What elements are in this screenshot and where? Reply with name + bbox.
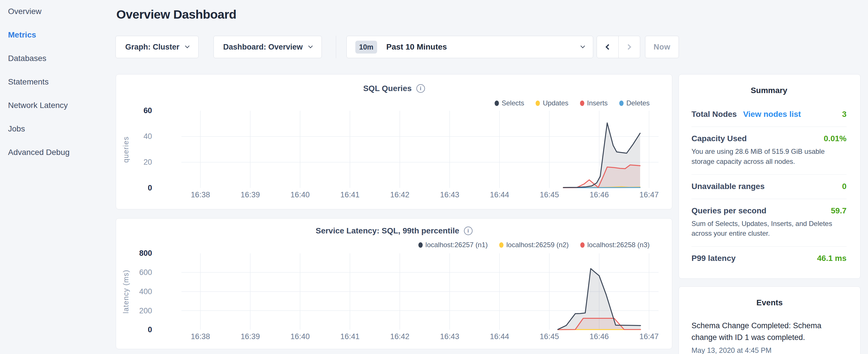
svg-text:queries: queries bbox=[122, 136, 130, 163]
svg-text:16:43: 16:43 bbox=[440, 332, 459, 341]
total-nodes-label: Total Nodes bbox=[691, 110, 737, 119]
svg-text:800: 800 bbox=[139, 249, 152, 257]
chevron-down-icon bbox=[308, 44, 313, 49]
unavailable-ranges-label: Unavailable ranges bbox=[691, 182, 765, 191]
graph-dropdown-label: Graph: Cluster bbox=[125, 43, 179, 52]
capacity-used-value: 0.01% bbox=[824, 134, 846, 143]
sql-queries-panel: 16:3816:3916:4016:4116:4216:4316:4416:45… bbox=[116, 74, 672, 210]
summary-panel: Summary Total Nodes View nodes list 3 Ca… bbox=[679, 74, 861, 279]
svg-text:20: 20 bbox=[144, 158, 152, 166]
chevron-down-icon bbox=[581, 44, 585, 49]
time-range-label: Past 10 Minutes bbox=[386, 42, 572, 52]
time-prev-button[interactable] bbox=[597, 36, 619, 58]
legend-dot-icon bbox=[580, 242, 585, 248]
svg-text:16:42: 16:42 bbox=[390, 332, 409, 341]
time-range-picker[interactable]: 10m Past 10 Minutes bbox=[346, 36, 593, 58]
svg-text:16:45: 16:45 bbox=[539, 332, 559, 341]
chart-header: Service Latency: SQL, 99th percentile bbox=[116, 226, 672, 235]
sidebar-item-advanced-debug[interactable]: Advanced Debug bbox=[8, 148, 116, 157]
legend-dot-icon bbox=[619, 100, 624, 106]
legend-dot-icon bbox=[580, 100, 584, 106]
chevron-right-icon bbox=[626, 44, 631, 50]
legend-dot-icon bbox=[499, 242, 503, 248]
svg-text:16:47: 16:47 bbox=[639, 190, 658, 199]
total-nodes-value: 3 bbox=[842, 110, 846, 119]
svg-text:400: 400 bbox=[139, 287, 152, 296]
svg-text:600: 600 bbox=[139, 268, 152, 277]
queries-per-second-label: Queries per second bbox=[691, 206, 766, 215]
svg-text:200: 200 bbox=[139, 307, 152, 315]
svg-text:16:41: 16:41 bbox=[340, 332, 360, 341]
info-icon[interactable] bbox=[416, 84, 425, 93]
unavailable-ranges-value: 0 bbox=[842, 182, 846, 191]
view-nodes-list-link[interactable]: View nodes list bbox=[743, 110, 801, 119]
graph-dropdown[interactable]: Graph: Cluster bbox=[116, 36, 198, 58]
svg-text:40: 40 bbox=[144, 132, 152, 141]
svg-text:16:40: 16:40 bbox=[290, 190, 310, 199]
legend-item: localhost:26259 (n2) bbox=[499, 241, 568, 249]
svg-text:16:39: 16:39 bbox=[241, 190, 260, 199]
service-latency-chart[interactable]: 16:3816:3916:4016:4116:4216:4316:4416:45… bbox=[116, 219, 672, 349]
sidebar-item-jobs[interactable]: Jobs bbox=[8, 124, 116, 133]
svg-text:60: 60 bbox=[144, 106, 152, 115]
svg-text:16:42: 16:42 bbox=[390, 190, 409, 199]
legend-item: Deletes bbox=[619, 99, 650, 107]
svg-text:16:38: 16:38 bbox=[191, 190, 210, 199]
sidebar-item-overview[interactable]: Overview bbox=[8, 7, 116, 16]
svg-text:16:40: 16:40 bbox=[290, 332, 310, 341]
legend-item: Selects bbox=[495, 99, 524, 107]
time-range-badge: 10m bbox=[355, 41, 377, 54]
service-latency-panel: 16:3816:3916:4016:4116:4216:4316:4416:45… bbox=[116, 218, 672, 349]
sidebar-item-statements[interactable]: Statements bbox=[8, 77, 116, 87]
svg-text:16:43: 16:43 bbox=[440, 190, 459, 199]
svg-text:0: 0 bbox=[148, 325, 152, 334]
queries-per-second-row: Queries per second 59.7 Sum of Selects, … bbox=[691, 199, 846, 247]
capacity-used-row: Capacity Used 0.01% You are using 28.6 M… bbox=[691, 127, 846, 175]
sidebar-item-metrics[interactable]: Metrics bbox=[8, 30, 116, 39]
p99-latency-row: P99 latency 46.1 ms bbox=[691, 247, 846, 271]
svg-text:16:44: 16:44 bbox=[490, 332, 509, 341]
capacity-used-label: Capacity Used bbox=[691, 134, 747, 143]
chart-header: SQL Queries bbox=[116, 84, 672, 93]
info-icon[interactable] bbox=[464, 227, 472, 235]
svg-text:16:46: 16:46 bbox=[589, 190, 609, 199]
queries-per-second-desc: Sum of Selects, Updates, Inserts, and De… bbox=[691, 219, 846, 239]
svg-text:16:39: 16:39 bbox=[241, 332, 260, 341]
sidebar: Overview Metrics Databases Statements Ne… bbox=[0, 0, 116, 171]
chart-legend: localhost:26257 (n1)localhost:26259 (n2)… bbox=[418, 241, 650, 249]
svg-text:0: 0 bbox=[148, 184, 152, 192]
summary-title: Summary bbox=[691, 86, 846, 95]
dashboard-dropdown-label: Dashboard: Overview bbox=[223, 43, 303, 52]
queries-per-second-value: 59.7 bbox=[831, 206, 847, 215]
svg-text:16:41: 16:41 bbox=[340, 190, 360, 199]
sidebar-item-network-latency[interactable]: Network Latency bbox=[8, 101, 116, 110]
events-title: Events bbox=[691, 298, 848, 307]
svg-text:16:45: 16:45 bbox=[539, 190, 559, 199]
svg-text:latency (ms): latency (ms) bbox=[122, 269, 130, 313]
page-title: Overview Dashboard bbox=[116, 7, 237, 22]
sidebar-item-databases[interactable]: Databases bbox=[8, 54, 116, 63]
legend-item: Updates bbox=[535, 99, 568, 107]
sql-queries-chart[interactable]: 16:3816:3916:4016:4116:4216:4316:4416:45… bbox=[116, 74, 672, 209]
chart-legend: SelectsUpdatesInsertsDeletes bbox=[495, 99, 650, 107]
legend-dot-icon bbox=[535, 100, 540, 106]
event-message: Schema Change Completed: Schema change w… bbox=[691, 320, 829, 344]
legend-item: localhost:26257 (n1) bbox=[418, 241, 488, 249]
svg-text:16:38: 16:38 bbox=[191, 332, 210, 341]
chevron-down-icon bbox=[185, 44, 190, 49]
now-button[interactable]: Now bbox=[645, 36, 679, 58]
legend-item: localhost:26258 (n3) bbox=[580, 241, 650, 249]
event-date: May 13, 2020 at 4:45 PM bbox=[691, 346, 848, 354]
p99-latency-label: P99 latency bbox=[691, 254, 736, 263]
unavailable-ranges-row: Unavailable ranges 0 bbox=[691, 175, 846, 199]
time-next-button[interactable] bbox=[619, 36, 640, 58]
capacity-used-desc: You are using 28.6 MiB of 515.9 GiB usab… bbox=[691, 147, 846, 167]
svg-text:16:44: 16:44 bbox=[490, 190, 509, 199]
dashboard-dropdown[interactable]: Dashboard: Overview bbox=[214, 36, 322, 58]
controls-divider bbox=[336, 36, 336, 58]
svg-text:16:47: 16:47 bbox=[639, 332, 658, 341]
chart-title: Service Latency: SQL, 99th percentile bbox=[315, 226, 459, 235]
chevron-left-icon bbox=[606, 44, 611, 50]
legend-dot-icon bbox=[495, 100, 499, 106]
p99-latency-value: 46.1 ms bbox=[817, 254, 846, 263]
